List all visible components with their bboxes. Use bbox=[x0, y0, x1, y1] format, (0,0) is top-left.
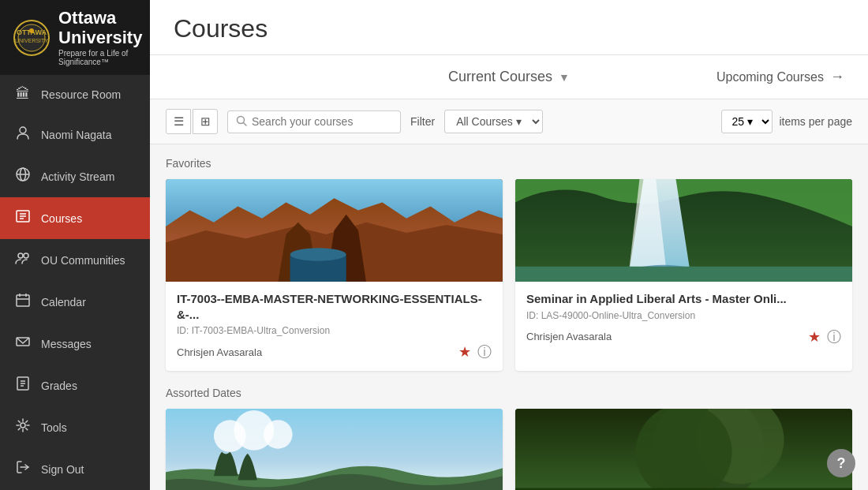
course-footer-2: Chrisjen Avasarala ★ ⓘ bbox=[526, 327, 841, 346]
logo-tagline: Prepare for a Life of Significance™ bbox=[58, 49, 142, 66]
upcoming-arrow-icon: → bbox=[830, 69, 844, 85]
logo-university: University bbox=[58, 28, 142, 47]
course-image-3 bbox=[166, 409, 503, 490]
course-instructor-2: Chrisjen Avasarala bbox=[526, 331, 612, 342]
sidebar-label-communities: OU Communities bbox=[41, 254, 125, 267]
sidebar-logo: OTTAWA UNIVERSITY Ottawa University Prep… bbox=[0, 0, 150, 75]
sidebar-label-tools: Tools bbox=[41, 421, 67, 434]
globe-icon bbox=[14, 166, 32, 186]
filter-label: Filter bbox=[410, 115, 435, 128]
favorites-grid: IT-7003--EMBA-MASTER-NETWORKING-ESSENTIA… bbox=[166, 179, 852, 371]
sidebar-item-messages[interactable]: Messages bbox=[0, 323, 150, 365]
favorite-star-2[interactable]: ★ bbox=[808, 328, 821, 346]
sidebar-item-naomi-nagata[interactable]: Naomi Nagata bbox=[0, 114, 150, 155]
page-title: Courses bbox=[174, 14, 844, 43]
calendar-icon bbox=[14, 292, 32, 312]
user-icon bbox=[14, 125, 32, 144]
resource-room-icon: 🏛 bbox=[14, 86, 32, 103]
course-id-2: ID: LAS-49000-Online-Ultra_Conversion bbox=[526, 310, 841, 321]
assorted-section-label: Assorted Dates bbox=[166, 387, 852, 399]
svg-point-13 bbox=[18, 253, 23, 258]
assorted-grid bbox=[166, 409, 852, 490]
courses-icon bbox=[14, 208, 32, 228]
sidebar-item-activity-stream[interactable]: Activity Stream bbox=[0, 155, 150, 197]
svg-point-5 bbox=[20, 127, 26, 133]
search-icon bbox=[236, 115, 247, 129]
svg-point-4 bbox=[29, 28, 34, 33]
grid-view-button[interactable]: ⊞ bbox=[193, 109, 218, 134]
info-button-2[interactable]: ⓘ bbox=[827, 327, 841, 346]
course-card-3[interactable] bbox=[166, 409, 503, 490]
page-header: Courses bbox=[150, 0, 868, 55]
svg-point-14 bbox=[24, 253, 28, 258]
course-actions-1: ★ ⓘ bbox=[458, 342, 492, 361]
sidebar-item-ou-communities[interactable]: OU Communities bbox=[0, 239, 150, 281]
sidebar-label-calendar: Calendar bbox=[41, 296, 86, 309]
sidebar: OTTAWA UNIVERSITY Ottawa University Prep… bbox=[0, 0, 150, 490]
upcoming-courses-label: Upcoming Courses bbox=[716, 70, 824, 84]
course-footer-1: Chrisjen Avasarala ★ ⓘ bbox=[177, 342, 492, 361]
course-card-1[interactable]: IT-7003--EMBA-MASTER-NETWORKING-ESSENTIA… bbox=[166, 179, 503, 371]
communities-icon bbox=[14, 250, 32, 270]
course-card-4[interactable] bbox=[515, 409, 852, 490]
sidebar-label-activity: Activity Stream bbox=[41, 170, 114, 183]
sidebar-label-sign-out: Sign Out bbox=[41, 463, 84, 476]
current-courses-tab[interactable]: Current Courses ▼ bbox=[397, 69, 620, 85]
list-view-button[interactable]: ☰ bbox=[166, 109, 191, 134]
sidebar-item-sign-out[interactable]: Sign Out bbox=[0, 448, 150, 490]
search-container bbox=[227, 110, 401, 133]
logo-badge: OTTAWA UNIVERSITY bbox=[13, 19, 51, 57]
course-image-1 bbox=[166, 179, 503, 282]
svg-point-41 bbox=[636, 409, 732, 490]
toolbar: ☰ ⊞ Filter All Courses ▾ My Courses Favo… bbox=[150, 99, 868, 144]
svg-rect-33 bbox=[515, 267, 852, 282]
svg-point-24 bbox=[21, 423, 25, 428]
svg-point-37 bbox=[264, 420, 293, 449]
svg-rect-15 bbox=[17, 295, 29, 306]
filter-dropdown[interactable]: All Courses ▾ My Courses Favorites bbox=[444, 110, 543, 133]
course-image-2 bbox=[515, 179, 852, 282]
course-id-1: ID: IT-7003-EMBA-Ultra_Conversion bbox=[177, 325, 492, 336]
view-toggle: ☰ ⊞ bbox=[166, 109, 218, 134]
per-page-dropdown[interactable]: 25 ▾ 50 100 bbox=[721, 110, 773, 133]
course-content: Favorites bbox=[150, 144, 868, 490]
sidebar-label-grades: Grades bbox=[41, 380, 77, 392]
sidebar-item-resource-room[interactable]: 🏛 Resource Room bbox=[0, 75, 150, 114]
logo-text: Ottawa University Prepare for a Life of … bbox=[58, 9, 142, 65]
sidebar-label-messages: Messages bbox=[41, 338, 92, 350]
sign-out-icon bbox=[14, 459, 32, 479]
help-button[interactable]: ? bbox=[827, 449, 855, 477]
sidebar-item-grades[interactable]: Grades bbox=[0, 365, 150, 406]
course-info-1: IT-7003--EMBA-MASTER-NETWORKING-ESSENTIA… bbox=[166, 282, 503, 371]
svg-line-27 bbox=[244, 122, 247, 125]
items-per-page: 25 ▾ 50 100 items per page bbox=[721, 110, 852, 133]
course-title-2: Seminar in Applied Liberal Arts - Master… bbox=[526, 291, 841, 307]
dropdown-arrow-icon: ▼ bbox=[559, 71, 570, 84]
sidebar-item-courses[interactable]: Courses bbox=[0, 197, 150, 239]
svg-point-30 bbox=[290, 248, 346, 260]
favorites-section-label: Favorites bbox=[166, 157, 852, 170]
favorite-star-1[interactable]: ★ bbox=[458, 343, 471, 361]
search-input[interactable] bbox=[252, 115, 392, 128]
sidebar-label-resource-room: Resource Room bbox=[41, 88, 121, 101]
main-content: Courses Current Courses ▼ Upcoming Cours… bbox=[150, 0, 868, 490]
course-actions-2: ★ ⓘ bbox=[808, 327, 841, 346]
tools-icon bbox=[14, 417, 32, 437]
sidebar-item-tools[interactable]: Tools bbox=[0, 406, 150, 448]
course-title-1: IT-7003--EMBA-MASTER-NETWORKING-ESSENTIA… bbox=[177, 291, 492, 322]
current-courses-label: Current Courses bbox=[448, 69, 552, 85]
logo-title: Ottawa bbox=[58, 9, 142, 28]
sidebar-label-courses: Courses bbox=[41, 212, 82, 225]
info-button-1[interactable]: ⓘ bbox=[477, 342, 492, 361]
upcoming-courses-tab[interactable]: Upcoming Courses → bbox=[716, 69, 844, 85]
messages-icon bbox=[14, 334, 32, 353]
course-info-2: Seminar in Applied Liberal Arts - Master… bbox=[515, 282, 852, 356]
sidebar-label-naomi: Naomi Nagata bbox=[41, 129, 112, 141]
svg-text:UNIVERSITY: UNIVERSITY bbox=[15, 38, 48, 43]
course-card-2[interactable]: Seminar in Applied Liberal Arts - Master… bbox=[515, 179, 852, 371]
course-instructor-1: Chrisjen Avasarala bbox=[177, 346, 262, 358]
sidebar-item-calendar[interactable]: Calendar bbox=[0, 281, 150, 323]
grades-icon bbox=[14, 376, 32, 395]
course-image-4 bbox=[515, 409, 852, 490]
course-tabs: Current Courses ▼ Upcoming Courses → bbox=[150, 55, 868, 99]
